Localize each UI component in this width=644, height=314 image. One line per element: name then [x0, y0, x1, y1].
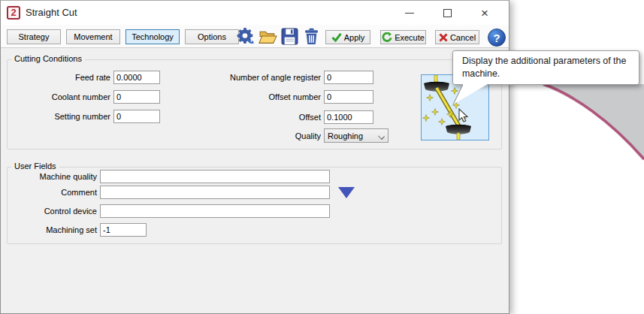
- minimize-icon: [405, 13, 414, 14]
- execute-button[interactable]: Execute: [380, 30, 426, 44]
- execute-arrows-icon: [382, 32, 392, 43]
- control-device-input[interactable]: [100, 204, 330, 218]
- quality-label: Quality: [204, 131, 321, 140]
- maximize-button[interactable]: [434, 4, 460, 22]
- machine-quality-input[interactable]: [100, 170, 330, 183]
- save-button[interactable]: [280, 27, 300, 46]
- quality-value: Roughing: [328, 131, 363, 140]
- gear-refresh-icon: [236, 27, 255, 46]
- cancel-label: Cancel: [450, 33, 476, 42]
- machine-quality-label: Machine quality: [14, 172, 97, 181]
- tab-technology[interactable]: Technology: [125, 29, 180, 44]
- app-logo-icon: 2: [7, 6, 20, 20]
- close-icon: ×: [481, 7, 488, 20]
- comment-input[interactable]: [100, 186, 330, 199]
- cancel-button[interactable]: Cancel: [435, 30, 479, 44]
- apply-label: Apply: [344, 33, 365, 42]
- triangle-down-icon: [338, 187, 355, 198]
- window-title: Straight Cut: [26, 7, 77, 18]
- quality-dropdown[interactable]: Roughing: [324, 128, 389, 143]
- toolbar: Strategy Movement Technology Options: [1, 25, 509, 48]
- setting-number-label: Setting number: [16, 112, 110, 121]
- comment-label: Comment: [14, 188, 97, 197]
- straight-cut-dialog: 2 Straight Cut × Strategy Movement Techn…: [0, 0, 509, 314]
- execute-label: Execute: [395, 33, 425, 42]
- cutting-conditions-title: Cutting Conditions: [11, 54, 85, 63]
- offset-number-label: Offset number: [204, 92, 321, 101]
- mouse-cursor-icon: [459, 109, 467, 122]
- x-icon: [439, 33, 448, 42]
- angle-register-input[interactable]: [324, 71, 373, 84]
- offset-label: Offset: [204, 113, 321, 122]
- tab-options[interactable]: Options: [185, 29, 239, 44]
- tab-movement[interactable]: Movement: [66, 29, 120, 44]
- delete-button[interactable]: [301, 27, 322, 46]
- open-button[interactable]: [258, 27, 278, 46]
- minimize-button[interactable]: [397, 4, 422, 22]
- apply-button[interactable]: Apply: [325, 30, 370, 44]
- question-mark-icon: ?: [493, 32, 500, 44]
- tooltip-text: Display the additional parameters of the…: [462, 56, 626, 79]
- titlebar: 2 Straight Cut ×: [1, 1, 509, 25]
- screen: { "window": { "title": "Straight Cut", "…: [0, 0, 644, 314]
- tooltip: Display the additional parameters of the…: [452, 50, 639, 85]
- parameters-button[interactable]: [235, 27, 255, 46]
- feed-rate-input[interactable]: [113, 71, 160, 84]
- coolant-number-input[interactable]: [113, 90, 160, 104]
- machining-set-label: Machining set: [14, 225, 97, 234]
- chevron-down-icon: [378, 133, 385, 140]
- offset-input[interactable]: [324, 110, 373, 124]
- close-button[interactable]: ×: [472, 4, 497, 22]
- angle-register-label: Number of angle register: [204, 73, 321, 82]
- trash-icon: [303, 28, 320, 45]
- check-icon: [331, 32, 342, 42]
- tooltip-tail: [449, 84, 490, 107]
- coolant-number-label: Coolant number: [16, 92, 110, 101]
- feed-rate-label: Feed rate: [16, 73, 110, 82]
- maximize-icon: [443, 9, 452, 17]
- comment-expand-button[interactable]: [337, 186, 356, 199]
- save-floppy-icon: [281, 28, 298, 45]
- open-folder-icon: [259, 28, 277, 45]
- control-device-label: Control device: [14, 207, 97, 216]
- setting-number-input[interactable]: [113, 110, 160, 123]
- help-button[interactable]: ?: [488, 29, 506, 47]
- tab-strategy[interactable]: Strategy: [7, 29, 61, 44]
- offset-number-input[interactable]: [324, 90, 373, 104]
- machining-set-input[interactable]: [100, 223, 147, 237]
